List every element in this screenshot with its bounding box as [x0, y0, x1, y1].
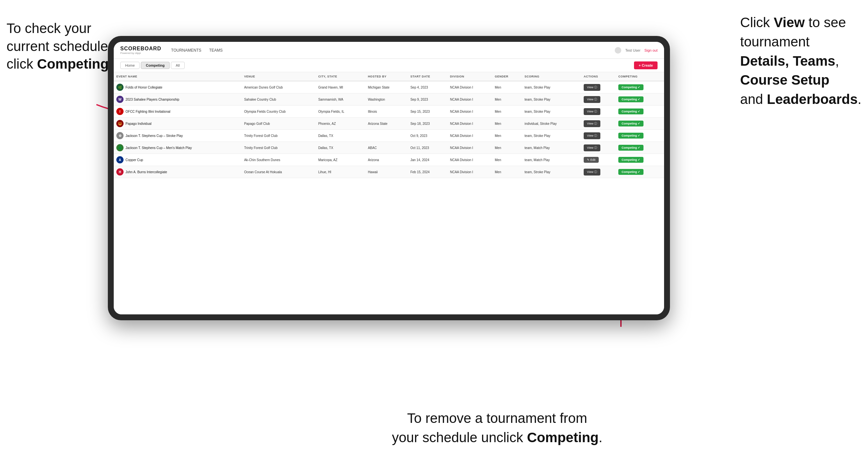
view-button-5[interactable]: View ⓘ	[584, 145, 600, 151]
table-row: 🔱 Papago Individual Papago Golf ClubPhoe…	[114, 118, 664, 130]
actions-cell-5: View ⓘ	[581, 142, 616, 154]
hosted-by-cell-3: Arizona State	[365, 118, 408, 130]
nav-link-teams[interactable]: TEAMS	[209, 47, 222, 54]
competing-cell-3: Competing ✓	[616, 118, 664, 130]
scoreboard-logo-title: SCOREBOARD	[120, 46, 161, 52]
event-name-text-4: Jackson T. Stephens Cup – Stroke Play	[125, 134, 183, 137]
view-button-2[interactable]: View ⓘ	[584, 108, 600, 115]
view-button-0[interactable]: View ⓘ	[584, 84, 600, 91]
nav-link-tournaments[interactable]: TOURNAMENTS	[171, 47, 201, 54]
competing-badge-6[interactable]: Competing ✓	[618, 157, 644, 163]
venue-cell-1: Sahalee Country Club	[242, 93, 316, 105]
competing-cell-4: Competing ✓	[616, 130, 664, 142]
view-button-7[interactable]: View ⓘ	[584, 168, 600, 176]
division-cell-5: NCAA Division I	[447, 142, 492, 154]
event-name-text-5: Jackson T. Stephens Cup – Men's Match Pl…	[125, 146, 192, 150]
user-icon	[615, 47, 621, 54]
venue-cell-4: Trinity Forest Golf Club	[242, 130, 316, 142]
city-cell-7: Lihue, HI	[316, 166, 365, 178]
col-hosted-by: HOSTED BY	[365, 72, 408, 81]
actions-cell-7: View ⓘ	[581, 166, 616, 178]
view-button-3[interactable]: View ⓘ	[584, 120, 600, 127]
gender-cell-4: Men	[492, 130, 522, 142]
actions-cell-4: View ⓘ	[581, 130, 616, 142]
competing-badge-5[interactable]: Competing ✓	[618, 145, 644, 151]
competing-cell-0: Competing ✓	[616, 81, 664, 93]
venue-cell-0: American Dunes Golf Club	[242, 81, 316, 93]
start-date-cell-6: Jan 14, 2024	[408, 154, 447, 166]
start-date-cell-0: Sep 4, 2023	[408, 81, 447, 93]
table-row: A Copper Cup Ak-Chin Southern DunesMaric…	[114, 154, 664, 166]
col-scoring: SCORING	[522, 72, 581, 81]
hosted-by-cell-2: Illinois	[365, 105, 408, 118]
venue-cell-2: Olympia Fields Country Club	[242, 105, 316, 118]
city-cell-2: Olympia Fields, IL	[316, 105, 365, 118]
actions-cell-1: View ⓘ	[581, 93, 616, 105]
competing-badge-0[interactable]: Competing ✓	[618, 84, 644, 90]
division-cell-0: NCAA Division I	[447, 81, 492, 93]
competing-badge-3[interactable]: Competing ✓	[618, 121, 644, 126]
city-cell-0: Grand Haven, MI	[316, 81, 365, 93]
scoring-cell-5: team, Match Play	[522, 142, 581, 154]
nav-user-name: Test User	[625, 49, 640, 52]
nav-logo: SCOREBOARD Powered by clippi	[120, 46, 161, 55]
actions-cell-6: ✎ Edit	[581, 154, 616, 166]
edit-button-6[interactable]: ✎ Edit	[584, 157, 599, 163]
city-cell-3: Phoenix, AZ	[316, 118, 365, 130]
team-logo-0: 🌿	[116, 84, 124, 91]
event-name-cell-1: W 2023 Sahalee Players Championship	[114, 93, 242, 105]
competing-cell-5: Competing ✓	[616, 142, 664, 154]
filter-tab-home[interactable]: Home	[120, 62, 140, 69]
event-name-cell-4: ⚙ Jackson T. Stephens Cup – Stroke Play	[114, 130, 242, 142]
competing-cell-2: Competing ✓	[616, 105, 664, 118]
venue-cell-6: Ak-Chin Southern Dunes	[242, 154, 316, 166]
create-button[interactable]: + Create	[634, 61, 657, 69]
event-name-text-2: OFCC Fighting Illini Invitational	[125, 110, 170, 114]
city-cell-4: Dallas, TX	[316, 130, 365, 142]
col-venue: VENUE	[242, 72, 316, 81]
hosted-by-cell-1: Washington	[365, 93, 408, 105]
venue-cell-5: Trinity Forest Golf Club	[242, 142, 316, 154]
col-city-state: CITY, STATE	[316, 72, 365, 81]
hosted-by-cell-4	[365, 130, 408, 142]
scoreboard-logo-subtitle: Powered by clippi	[120, 52, 161, 55]
nav-bar: SCOREBOARD Powered by clippi TOURNAMENTS…	[114, 42, 664, 59]
team-logo-3: 🔱	[116, 120, 124, 127]
event-name-cell-3: 🔱 Papago Individual	[114, 118, 242, 130]
scoring-cell-7: team, Stroke Play	[522, 166, 581, 178]
start-date-cell-5: Oct 11, 2023	[408, 142, 447, 154]
competing-cell-6: Competing ✓	[616, 154, 664, 166]
division-cell-6: NCAA Division I	[447, 154, 492, 166]
scoring-cell-1: team, Stroke Play	[522, 93, 581, 105]
division-cell-7: NCAA Division I	[447, 166, 492, 178]
table-row: W 2023 Sahalee Players Championship Saha…	[114, 93, 664, 105]
team-logo-6: A	[116, 156, 124, 163]
col-gender: GENDER	[492, 72, 522, 81]
tablet-screen: SCOREBOARD Powered by clippi TOURNAMENTS…	[114, 42, 664, 314]
event-name-cell-2: I OFCC Fighting Illini Invitational	[114, 105, 242, 118]
view-button-4[interactable]: View ⓘ	[584, 132, 600, 139]
col-start-date: START DATE	[408, 72, 447, 81]
event-name-cell-6: A Copper Cup	[114, 154, 242, 166]
scoring-cell-4: team, Stroke Play	[522, 130, 581, 142]
nav-signout[interactable]: Sign out	[645, 49, 657, 52]
view-button-1[interactable]: View ⓘ	[584, 96, 600, 103]
city-cell-5: Dallas, TX	[316, 142, 365, 154]
competing-badge-7[interactable]: Competing ✓	[618, 169, 644, 175]
competing-badge-1[interactable]: Competing ✓	[618, 96, 644, 102]
team-logo-1: W	[116, 96, 124, 103]
col-actions: ACTIONS	[581, 72, 616, 81]
col-division: DIVISION	[447, 72, 492, 81]
annotation-top-left: To check your current schedule, click Co…	[6, 20, 113, 73]
team-logo-4: ⚙	[116, 132, 124, 139]
team-logo-7: H	[116, 168, 124, 176]
competing-badge-4[interactable]: Competing ✓	[618, 133, 644, 138]
competing-cell-7: Competing ✓	[616, 166, 664, 178]
filter-tab-competing[interactable]: Competing	[141, 62, 169, 69]
city-cell-6: Maricopa, AZ	[316, 154, 365, 166]
start-date-cell-1: Sep 9, 2023	[408, 93, 447, 105]
division-cell-1: NCAA Division I	[447, 93, 492, 105]
filter-bar: Home Competing All + Create	[114, 59, 664, 72]
filter-tab-all[interactable]: All	[171, 62, 185, 69]
competing-badge-2[interactable]: Competing ✓	[618, 108, 644, 114]
